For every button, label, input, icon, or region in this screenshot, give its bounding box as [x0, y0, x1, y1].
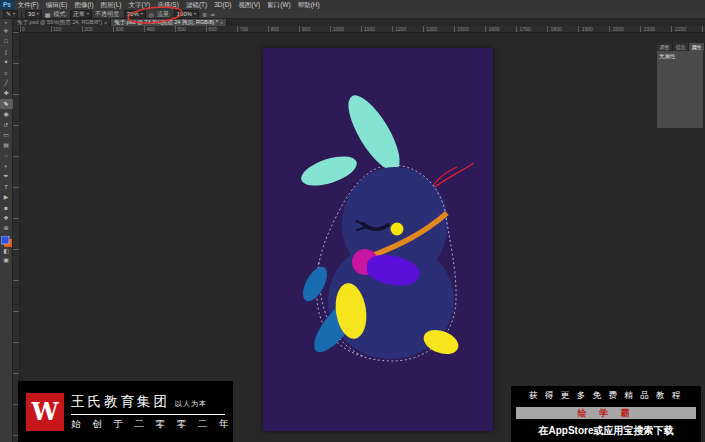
mode-dropdown[interactable]: 正常 ▾ — [70, 10, 92, 19]
panel-tab[interactable]: 信息 — [673, 43, 689, 51]
tool-path-select[interactable]: ▶ — [0, 192, 13, 202]
tool-clone-stamp[interactable]: ◉ — [0, 109, 13, 119]
document-tab-1[interactable]: 兔子.psd @ 56%(图层 24, RGB/8*) × — [14, 19, 111, 26]
ruler-number: 1800 — [549, 26, 580, 32]
quick-mask-icon[interactable]: ◧ — [3, 247, 9, 256]
menu-item[interactable]: 3D(D) — [211, 1, 235, 10]
ruler-number: 1700 — [518, 26, 549, 32]
opacity-label: 不透明度: — [95, 10, 121, 19]
ruler-number: 400 — [144, 26, 175, 32]
brush-tool-icon: ✎ — [6, 11, 11, 17]
promo-line1: 获 得 更 多 免 费 精 品 教 程 — [529, 390, 683, 402]
ruler-number: 2200 — [673, 26, 704, 32]
tool-history-brush[interactable]: ↺ — [0, 120, 13, 130]
ruler-number: 900 — [300, 26, 331, 32]
tool-shape[interactable]: ■ — [0, 203, 13, 213]
pressure-opacity-icon[interactable]: ◎ — [149, 11, 154, 18]
opacity-value: 30% — [127, 11, 139, 17]
document-tab-2[interactable]: 兔子.psd @ 73.3%(图层 24 拷贝, RGB/8) * × — [111, 19, 227, 26]
panel-tab[interactable]: 属性 — [689, 43, 705, 51]
ruler-number: 300 — [113, 26, 144, 32]
menu-item[interactable]: 窗口(W) — [264, 1, 294, 10]
tool-hand[interactable]: ❖ — [0, 213, 13, 223]
tool-zoom[interactable]: ⊕ — [0, 223, 13, 233]
brush-panel-toggle-icon[interactable]: ▦ — [45, 11, 51, 18]
opacity-dropdown[interactable]: 30% ▾ — [124, 10, 146, 19]
chevron-down-icon: ▾ — [194, 11, 196, 17]
panel-tab[interactable]: 调整 — [657, 43, 673, 51]
tool-quick-select[interactable]: ✦ — [0, 57, 13, 67]
color-swatches[interactable] — [1, 236, 12, 247]
menu-item[interactable]: 文件(F) — [14, 1, 42, 10]
tool-list: ✛□ʃ✦⌗╱✚✎◉↺▭▤○◐✒T▶■❖⊕ — [0, 26, 13, 234]
tool-crop[interactable]: ⌗ — [0, 68, 13, 78]
flow-value: 100% — [177, 11, 192, 17]
canvas-svg[interactable] — [263, 48, 493, 431]
ruler-number: 1600 — [486, 26, 517, 32]
tool-dodge[interactable]: ◐ — [0, 161, 13, 171]
tool-pen[interactable]: ✒ — [0, 171, 13, 181]
brush-size-picker[interactable]: 30 ▾ — [25, 10, 42, 19]
menu-item[interactable]: 帮助(H) — [294, 1, 323, 10]
promo-line2: 在AppStore或应用宝搜索下载 — [539, 424, 674, 438]
tool-eyedropper[interactable]: ╱ — [0, 78, 13, 88]
rabbit-eye-dot — [391, 223, 404, 236]
menu-item[interactable]: 视图(V) — [235, 1, 264, 10]
menu-item[interactable]: 选择(S) — [154, 1, 183, 10]
tool-preset-picker[interactable]: ✎ ▾ — [3, 10, 18, 19]
ruler-number: 1500 — [455, 26, 486, 32]
horizontal-ruler: 0100200300400500600700800900100011001200… — [20, 26, 705, 33]
document-canvas[interactable] — [263, 48, 493, 431]
close-icon[interactable]: × — [220, 20, 223, 26]
pressure-size-icon[interactable]: ✑ — [210, 11, 215, 18]
chevron-down-icon: ▾ — [13, 11, 15, 17]
mode-label: 模式: — [53, 10, 67, 19]
close-icon[interactable]: × — [104, 20, 107, 26]
ruler-number: 1200 — [393, 26, 424, 32]
brand-tagline: 以人为本 — [175, 399, 207, 409]
toolbar-collapse-icon[interactable]: » — [5, 19, 8, 26]
tool-lasso[interactable]: ʃ — [0, 47, 13, 57]
tool-type[interactable]: T — [0, 182, 13, 192]
ruler-number: 600 — [207, 26, 238, 32]
brand-title: 王氏教育集团 — [71, 393, 170, 411]
document-tab-title: 兔子.psd @ 56%(图层 24, RGB/8*) — [17, 19, 102, 26]
ruler-number: 100 — [51, 26, 82, 32]
menu-item[interactable]: 滤镜(T) — [182, 1, 210, 10]
separator — [21, 11, 22, 18]
screen-mode-icon[interactable]: ▣ — [3, 256, 9, 265]
chevron-down-icon: ▾ — [87, 11, 89, 17]
tool-marquee[interactable]: □ — [0, 36, 13, 46]
brand-text: 王氏教育集团 以人为本 始 创 于 二 零 零 二 年 — [71, 393, 225, 431]
tool-brush[interactable]: ✎ — [0, 99, 13, 109]
chevron-down-icon: ▾ — [37, 11, 39, 17]
tool-blur[interactable]: ○ — [0, 151, 13, 161]
ruler-number: 0 — [20, 26, 51, 32]
flow-dropdown[interactable]: 100% ▾ — [174, 10, 199, 19]
menu-list: 文件(F)编辑(E)图像(I)图层(L)文字(Y)选择(S)滤镜(T)3D(D)… — [14, 1, 323, 10]
flow-label: 流量: — [157, 10, 171, 19]
ruler-number: 1300 — [424, 26, 455, 32]
divider — [71, 414, 225, 415]
document-tab-title: 兔子.psd @ 73.3%(图层 24 拷贝, RGB/8) * — [114, 19, 218, 26]
tool-move[interactable]: ✛ — [0, 26, 13, 36]
chevron-down-icon: ▾ — [141, 11, 143, 17]
menu-item[interactable]: 图像(I) — [71, 1, 97, 10]
foreground-color-swatch[interactable] — [1, 236, 9, 244]
ruler-number: 2100 — [642, 26, 673, 32]
brush-size-value: 30 — [28, 11, 35, 17]
airbrush-icon[interactable]: ≋ — [202, 11, 207, 18]
brand-logo: W — [26, 393, 64, 431]
ruler-number: 700 — [238, 26, 269, 32]
tool-gradient[interactable]: ▤ — [0, 140, 13, 150]
ps-logo: Ps — [0, 0, 14, 10]
tool-healing-brush[interactable]: ✚ — [0, 88, 13, 98]
ruler-number: 2000 — [611, 26, 642, 32]
tool-eraser[interactable]: ▭ — [0, 130, 13, 140]
ruler-number: 500 — [175, 26, 206, 32]
watermark-right: 获 得 更 多 免 费 精 品 教 程 绘 学 霸 在AppStore或应用宝搜… — [511, 386, 701, 442]
menu-item[interactable]: 文字(Y) — [125, 1, 154, 10]
menu-item[interactable]: 编辑(E) — [42, 1, 71, 10]
ruler-number: 1900 — [580, 26, 611, 32]
menu-item[interactable]: 图层(L) — [97, 1, 125, 10]
